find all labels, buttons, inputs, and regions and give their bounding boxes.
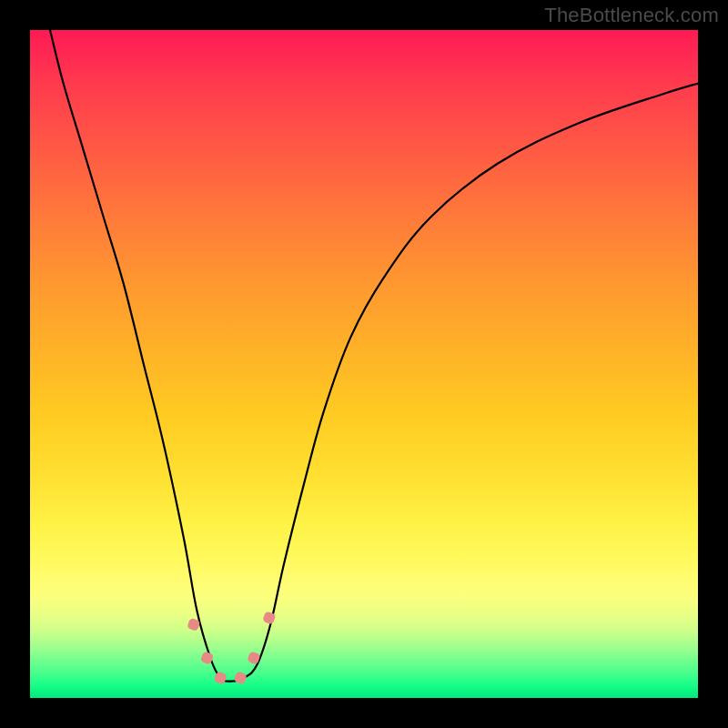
data-marker xyxy=(234,671,248,684)
watermark-text: TheBottleneck.com xyxy=(544,4,719,27)
bottleneck-curve xyxy=(50,30,698,682)
plot-area xyxy=(30,30,698,698)
curve-svg xyxy=(30,30,698,698)
chart-frame: TheBottleneck.com xyxy=(0,0,728,728)
data-marker xyxy=(214,671,228,684)
